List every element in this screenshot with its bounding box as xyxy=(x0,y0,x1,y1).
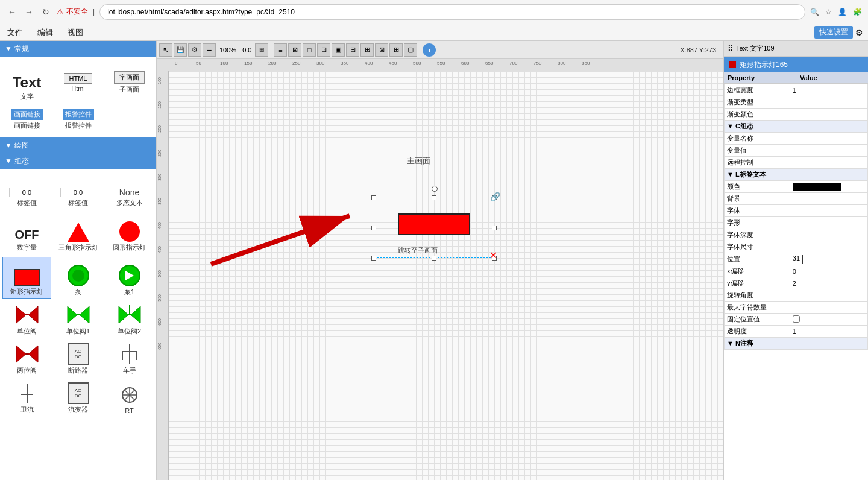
prop-row-gradient-color[interactable]: 渐变颜色 xyxy=(725,109,868,121)
url-bar[interactable] xyxy=(99,4,805,20)
comp-valve3[interactable]: 单位阀2 xyxy=(105,302,154,338)
forward-button[interactable]: → xyxy=(23,6,35,18)
prop-row-max-chars[interactable]: 最大字符数量 xyxy=(725,302,868,314)
fixed-pos-checkbox[interactable] xyxy=(793,315,800,323)
prop-row-font-style[interactable]: 字形 xyxy=(725,217,868,229)
comp-valve2[interactable]: 单位阀1 xyxy=(54,302,102,338)
handle-mr[interactable] xyxy=(492,226,497,230)
link-icon[interactable]: 🔗 xyxy=(490,192,500,201)
tool4[interactable]: ⊡ xyxy=(317,43,330,57)
back-button[interactable]: ← xyxy=(6,6,18,18)
tool6[interactable]: ⊟ xyxy=(346,43,359,57)
select-tool[interactable]: ↖ xyxy=(159,43,172,57)
handle-tl[interactable] xyxy=(371,195,376,200)
search-icon[interactable]: 🔍 xyxy=(810,8,819,16)
expand-tool[interactable]: ⊞ xyxy=(255,43,268,57)
comp-text[interactable]: Text 文字 xyxy=(2,62,51,104)
comp-circle-light[interactable]: 圆形指示灯 xyxy=(105,212,154,254)
link-button[interactable]: 画面链接 xyxy=(11,109,43,120)
comp-extra3[interactable]: RT xyxy=(105,382,154,417)
rotate-handle[interactable] xyxy=(432,186,438,192)
tool3[interactable]: □ xyxy=(303,43,316,57)
section-normal[interactable]: ▼ 常规 xyxy=(0,41,156,57)
html-button[interactable]: HTML xyxy=(64,73,93,84)
comp-tri-light[interactable]: 三角形指示灯 xyxy=(54,212,102,254)
menu-view[interactable]: 视图 xyxy=(60,24,90,40)
canvas-content[interactable]: 主画面 xyxy=(169,71,723,480)
comp-rect-light[interactable]: 矩形指示灯 xyxy=(2,257,51,299)
comp-link[interactable]: 画面链接 画面链接 xyxy=(2,106,51,133)
prop-row-rotation[interactable]: 旋转角度 xyxy=(725,289,868,302)
prop-row-var-value[interactable]: 变量值 xyxy=(725,145,868,157)
svg-marker-6 xyxy=(119,306,128,323)
prop-row-opacity[interactable]: 透明度 1 xyxy=(725,326,868,338)
multistate-icon: None xyxy=(119,188,139,197)
settings-tool[interactable]: ⚙ xyxy=(188,43,201,57)
rect-icon xyxy=(14,269,40,286)
prop-row-x-offset[interactable]: x偏移 0 xyxy=(725,265,868,277)
comp-pump[interactable]: 泵 xyxy=(54,257,102,299)
tool5[interactable]: ▣ xyxy=(332,43,345,57)
label-val1-input[interactable] xyxy=(9,188,45,197)
prop-row-border-width[interactable]: 边框宽度 1 xyxy=(725,84,868,96)
prop-row-font-size[interactable]: 字体尺寸 xyxy=(725,241,868,253)
prop-row-gradient-type[interactable]: 渐变类型 xyxy=(725,96,868,109)
triangle-icon xyxy=(68,223,89,242)
prop-row-bg[interactable]: 背景 xyxy=(725,193,868,205)
comp-two-valve[interactable]: 两位阀 xyxy=(2,341,51,377)
info-btn[interactable]: i xyxy=(423,43,436,57)
prop-row-color[interactable]: 颜色 xyxy=(725,181,868,193)
tool7[interactable]: ⊞ xyxy=(360,43,374,57)
tool2[interactable]: ⊠ xyxy=(288,43,301,57)
rect-indicator[interactable] xyxy=(398,213,470,235)
prop-row-y-offset[interactable]: y偏移 2 xyxy=(725,277,868,289)
selected-component[interactable]: 🔗 跳转至子画面 ✕ xyxy=(374,198,494,258)
comp-digital[interactable]: OFF 数字量 xyxy=(2,212,51,254)
bookmark-icon[interactable]: ☆ xyxy=(825,8,832,16)
tool8[interactable]: ⊠ xyxy=(375,43,388,57)
label-val2-input[interactable] xyxy=(60,188,96,197)
tool9[interactable]: ⊞ xyxy=(389,43,403,57)
handle-tc[interactable] xyxy=(432,195,436,200)
prop-row-position[interactable]: 位置 31 xyxy=(725,253,868,265)
prop-row-font[interactable]: 字体 xyxy=(725,205,868,217)
tool1[interactable]: ≡ xyxy=(274,43,287,57)
comp-alarm[interactable]: 报警控件 报警控件 xyxy=(54,106,102,133)
comp-multistate[interactable]: None 多态文本 xyxy=(105,174,154,210)
section-draw[interactable]: ▼ 绘图 xyxy=(0,137,156,153)
minus-tool[interactable]: − xyxy=(203,43,216,57)
comp-extra2[interactable]: ACDC 流变器 xyxy=(54,380,102,417)
menu-file[interactable]: 文件 xyxy=(0,24,30,40)
prop-row-var-name[interactable]: 变量名称 xyxy=(725,133,868,145)
handle-bc[interactable] xyxy=(432,256,436,261)
comp-breaker[interactable]: ACDC 断路器 xyxy=(54,341,102,377)
tool10[interactable]: ▢ xyxy=(404,43,417,57)
reload-button[interactable]: ↻ xyxy=(40,6,52,18)
comp-label-val2[interactable]: 标签值 xyxy=(54,174,102,210)
save-tool[interactable]: 💾 xyxy=(174,43,187,57)
svg-marker-4 xyxy=(80,306,89,323)
extension-icon[interactable]: 🧩 xyxy=(853,8,862,16)
comp-valve1[interactable]: 单位阀 xyxy=(2,302,51,338)
settings-icon[interactable]: ⚙ xyxy=(855,28,863,37)
section-state[interactable]: ▼ 组态 xyxy=(0,153,156,169)
comp-subscreen[interactable]: 字画面 子画面 xyxy=(105,62,154,104)
prop-row-remote-control[interactable]: 远程控制 xyxy=(725,157,868,169)
color-swatch[interactable] xyxy=(793,183,841,191)
subscreen-button[interactable]: 字画面 xyxy=(114,71,145,84)
delete-icon[interactable]: ✕ xyxy=(489,250,497,261)
menu-edit[interactable]: 编辑 xyxy=(30,24,60,40)
property-scroll[interactable]: 边框宽度 1 渐变类型 渐变颜色 ▼ C组态 xyxy=(724,84,868,480)
comp-car[interactable]: 车手 xyxy=(105,341,154,377)
comp-html[interactable]: HTML Html xyxy=(54,62,102,104)
comp-label-val1[interactable]: 标签值 xyxy=(2,174,51,210)
prop-row-font-depth[interactable]: 字体深度 xyxy=(725,229,868,241)
handle-bl[interactable] xyxy=(371,256,376,261)
prop-row-fixed-pos[interactable]: 固定位置值 xyxy=(725,314,868,326)
alarm-button[interactable]: 报警控件 xyxy=(63,109,94,120)
comp-extra1[interactable]: 卫流 xyxy=(2,380,51,417)
handle-ml[interactable] xyxy=(371,226,376,230)
profile-icon[interactable]: 👤 xyxy=(838,8,847,16)
comp-pump1[interactable]: 泵1 xyxy=(105,257,154,299)
quick-settings-button[interactable]: 快速设置 xyxy=(814,26,853,39)
